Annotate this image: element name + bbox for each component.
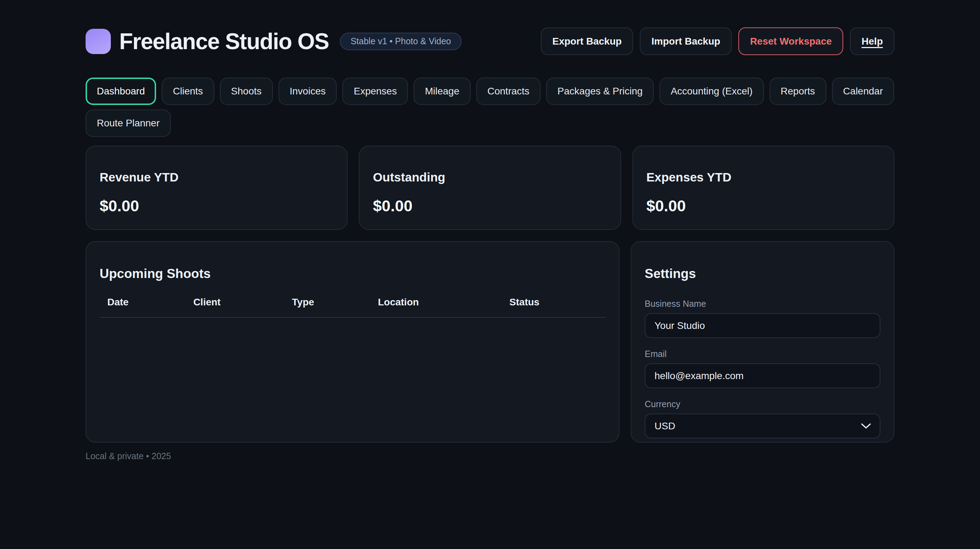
header-actions: Export Backup Import Backup Reset Worksp…: [541, 27, 894, 55]
email-field[interactable]: [645, 363, 880, 388]
stats-row: Revenue YTD $0.00 Outstanding $0.00 Expe…: [86, 146, 894, 230]
currency-field-group: Currency USD: [645, 399, 880, 439]
stat-card-outstanding: Outstanding $0.00: [359, 146, 621, 230]
tab-invoices[interactable]: Invoices: [278, 78, 337, 105]
tab-calendar[interactable]: Calendar: [832, 78, 894, 105]
settings-title: Settings: [645, 242, 880, 281]
reset-workspace-button[interactable]: Reset Workspace: [738, 27, 843, 55]
business-name-label: Business Name: [645, 299, 880, 309]
nav-tabs: Dashboard Clients Shoots Invoices Expens…: [86, 78, 894, 137]
tab-dashboard[interactable]: Dashboard: [86, 78, 156, 105]
column-header-date: Date: [100, 297, 186, 317]
tab-packages-pricing[interactable]: Packages & Pricing: [546, 78, 654, 105]
email-field-group: Email: [645, 349, 880, 388]
column-header-type: Type: [284, 297, 370, 317]
stat-title: Outstanding: [373, 146, 607, 184]
stat-title: Expenses YTD: [646, 146, 880, 184]
tab-contracts[interactable]: Contracts: [476, 78, 541, 105]
tab-shoots[interactable]: Shoots: [220, 78, 273, 105]
upcoming-shoots-table: Date Client Type Location Status: [100, 297, 605, 318]
tab-route-planner[interactable]: Route Planner: [86, 110, 171, 137]
tab-expenses[interactable]: Expenses: [342, 78, 408, 105]
tab-mileage[interactable]: Mileage: [414, 78, 470, 105]
currency-select[interactable]: USD: [645, 413, 880, 439]
upcoming-shoots-title: Upcoming Shoots: [100, 242, 605, 281]
email-label: Email: [645, 349, 880, 359]
app-title: Freelance Studio OS: [119, 29, 329, 54]
help-button[interactable]: Help: [850, 27, 894, 55]
stat-value: $0.00: [646, 197, 880, 215]
stat-title: Revenue YTD: [100, 146, 334, 184]
stat-card-revenue: Revenue YTD $0.00: [86, 146, 348, 230]
import-backup-button[interactable]: Import Backup: [640, 27, 732, 55]
stat-card-expenses: Expenses YTD $0.00: [632, 146, 894, 230]
version-badge: Stable v1 • Photo & Video: [340, 33, 461, 50]
tab-clients[interactable]: Clients: [162, 78, 214, 105]
export-backup-button[interactable]: Export Backup: [541, 27, 633, 55]
business-name-input[interactable]: [645, 313, 880, 338]
stat-value: $0.00: [373, 197, 607, 215]
currency-select-wrap: USD: [645, 413, 880, 439]
column-header-status: Status: [501, 297, 605, 317]
brand: Freelance Studio OS Stable v1 • Photo & …: [86, 29, 461, 54]
stat-value: $0.00: [100, 197, 334, 215]
header: Freelance Studio OS Stable v1 • Photo & …: [86, 27, 894, 55]
tab-accounting-excel[interactable]: Accounting (Excel): [659, 78, 764, 105]
currency-label: Currency: [645, 399, 880, 409]
column-header-client: Client: [186, 297, 284, 317]
tab-reports[interactable]: Reports: [770, 78, 826, 105]
app-logo-icon: [86, 29, 111, 54]
business-name-field-group: Business Name: [645, 299, 880, 338]
page: Freelance Studio OS Stable v1 • Photo & …: [86, 0, 894, 461]
upcoming-shoots-panel: Upcoming Shoots Date Client Type Locatio…: [86, 241, 619, 443]
column-header-location: Location: [370, 297, 501, 317]
main-grid: Upcoming Shoots Date Client Type Locatio…: [86, 241, 894, 443]
footer-note: Local & private • 2025: [86, 451, 894, 461]
settings-panel: Settings Business Name Email Currency US…: [631, 241, 894, 443]
help-button-label: Help: [861, 36, 883, 47]
